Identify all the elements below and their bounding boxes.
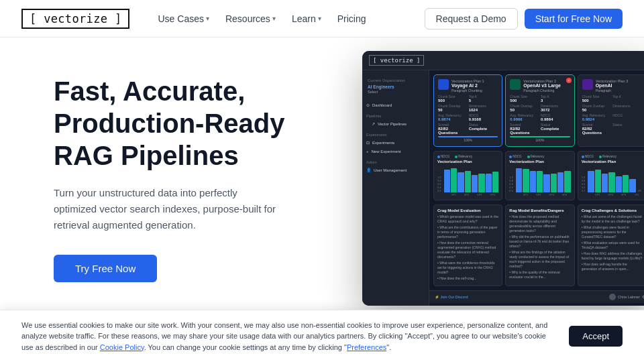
- sidebar-experiments: ⊡ Experiments: [362, 138, 429, 147]
- sidebar-vector-pipelines: ↗ Vector Pipelines: [362, 119, 429, 128]
- dashboard-preview: [ vectorize ] Current Organization AI En…: [362, 51, 644, 306]
- text-panel-challenges: Crag Challenges & Solutions What are som…: [578, 204, 644, 286]
- chevron-down-icon: ▾: [272, 15, 276, 22]
- nav-links: Use Cases ▾ Resources ▾ Learn ▾ Pricing: [151, 9, 424, 28]
- nav-pricing[interactable]: Pricing: [331, 9, 373, 28]
- user-icon: 👤: [366, 168, 371, 172]
- nav-resources[interactable]: Resources ▾: [219, 9, 282, 28]
- chart-1: NDCG Relevancy Vectorization Plan 1.0 0.…: [433, 151, 502, 200]
- chart-bars-1: 1.0 0.8 0.6 0.4 0.2: [437, 166, 498, 192]
- cookie-text: We use essential cookies to make our sit…: [21, 320, 555, 353]
- dashboard-main: Vectorization Plan 1 Voyage AI 2 Paragra…: [429, 70, 644, 306]
- experiment-icon: ⊡: [366, 140, 370, 145]
- chart-bars-2: 1.0 0.8 0.6 0.4 0.2: [509, 166, 570, 192]
- chart-bars-3: 1.0 0.8 0.6 0.4 0.2: [582, 166, 643, 192]
- hero-title: Fast, Accurate, Production-Ready RAG Pip…: [54, 75, 335, 172]
- start-free-button[interactable]: Start for Free Now: [525, 9, 623, 29]
- dashboard-bottom-bar: ⚡ Join Our Discord Chria Latimer ⚙: [429, 290, 644, 303]
- hero-subtitle: Turn your unstructured data into perfect…: [54, 185, 282, 233]
- plan-card-2: × Vectorization Plan 2 OpenAI v3 Large P…: [505, 74, 574, 147]
- dashboard-logo: [ vectorize ]: [369, 55, 424, 66]
- try-free-button[interactable]: Try Free Now: [54, 255, 157, 282]
- cookie-banner: We use essential cookies to make our sit…: [0, 310, 644, 363]
- nav-learn[interactable]: Learn ▾: [285, 9, 328, 28]
- plan-cards: Vectorization Plan 1 Voyage AI 2 Paragra…: [429, 70, 644, 151]
- accept-cookie-button[interactable]: Accept: [569, 326, 623, 347]
- close-icon: ×: [566, 78, 572, 83]
- dashboard-header: [ vectorize ]: [362, 51, 644, 70]
- text-panel-rag-benefits: Rag Model Benefits/Dangers How does the …: [505, 204, 574, 286]
- sidebar-new-experiment: + New Experiment: [362, 147, 429, 156]
- nav-actions: Request a Demo Start for Free Now: [425, 8, 623, 29]
- chart-3: NDCG Relevancy Vectorization Plan 1.0 0.…: [578, 151, 644, 200]
- preferences-link[interactable]: Preferences: [347, 343, 386, 351]
- cookie-policy-link[interactable]: Cookie Policy: [100, 343, 144, 351]
- chart-row: NDCG Relevancy Vectorization Plan 1.0 0.…: [429, 151, 644, 204]
- user-info: Chria Latimer ⚙: [609, 294, 644, 300]
- pipeline-icon: ↗: [372, 121, 375, 126]
- hero-illustration: [ vectorize ] Current Organization AI En…: [362, 38, 644, 319]
- plan-card-3: Vectorization Plan 3 OpenAI Paragraph Ch…: [578, 74, 644, 147]
- sidebar-user-management: 👤 User Management: [362, 166, 429, 174]
- discord-link[interactable]: ⚡ Join Our Discord: [435, 295, 468, 299]
- plan-card-1: Vectorization Plan 1 Voyage AI 2 Paragra…: [433, 74, 502, 147]
- chevron-down-icon: ▾: [318, 15, 321, 22]
- dashboard-icon: ⊙: [366, 103, 370, 107]
- dashboard-sidebar: Current Organization AI Engineers Select…: [362, 70, 429, 306]
- hero-content: Fast, Accurate, Production-Ready RAG Pip…: [54, 38, 362, 319]
- nav-use-cases[interactable]: Use Cases ▾: [151, 9, 215, 28]
- plus-icon: +: [366, 149, 369, 154]
- plan-icon-1: [438, 79, 449, 90]
- chevron-down-icon: ▾: [206, 15, 209, 22]
- text-panel-crag-eval: Crag Model Evaluation Which generator mo…: [433, 204, 502, 286]
- text-panels: Crag Model Evaluation Which generator mo…: [429, 204, 644, 290]
- sidebar-dashboard: ⊙ Dashboard: [362, 101, 429, 109]
- plan-icon-2: [510, 79, 521, 90]
- chart-2: NDCG Relevancy Vectorization Plan 1.0 0.…: [505, 151, 574, 200]
- navigation: [ vectorize ] Use Cases ▾ Resources ▾ Le…: [0, 0, 644, 38]
- nav-logo: [ vectorize ]: [21, 9, 129, 29]
- hero-section: Fast, Accurate, Production-Ready RAG Pip…: [0, 38, 644, 319]
- request-demo-button[interactable]: Request a Demo: [425, 8, 518, 29]
- avatar: [609, 294, 616, 300]
- plan-icon-3: [582, 79, 593, 90]
